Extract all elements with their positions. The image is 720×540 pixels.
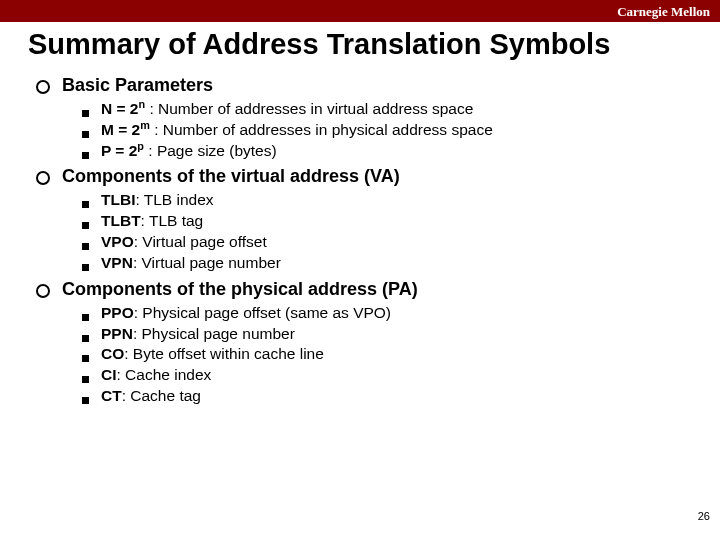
content-list: Basic Parameters N = 2n : Number of addr… <box>28 75 692 406</box>
sub-list: TLBI: TLB index TLBT: TLB tag VPO: Virtu… <box>82 190 692 272</box>
item-text: VPO: Virtual page offset <box>101 232 267 252</box>
slide-body: Summary of Address Translation Symbols B… <box>0 22 720 528</box>
section-heading: Components of the physical address (PA) <box>62 279 418 300</box>
item-text: PPN: Physical page number <box>101 324 295 344</box>
square-bullet-icon <box>82 355 89 362</box>
square-bullet-icon <box>82 222 89 229</box>
section-heading: Basic Parameters <box>62 75 213 96</box>
page-number: 26 <box>698 510 710 522</box>
list-item: TLBT: TLB tag <box>82 211 692 231</box>
list-item: VPO: Virtual page offset <box>82 232 692 252</box>
item-text: TLBI: TLB index <box>101 190 214 210</box>
square-bullet-icon <box>82 201 89 208</box>
bullet-icon <box>36 284 50 298</box>
square-bullet-icon <box>82 131 89 138</box>
item-text: CT: Cache tag <box>101 386 201 406</box>
item-text: CO: Byte offset within cache line <box>101 344 324 364</box>
list-item: M = 2m : Number of addresses in physical… <box>82 120 692 140</box>
list-item: TLBI: TLB index <box>82 190 692 210</box>
page-title: Summary of Address Translation Symbols <box>28 28 692 61</box>
brand-text: Carnegie Mellon <box>617 4 710 19</box>
list-item: N = 2n : Number of addresses in virtual … <box>82 99 692 119</box>
item-text: PPO: Physical page offset (same as VPO) <box>101 303 391 323</box>
list-item: CT: Cache tag <box>82 386 692 406</box>
item-text: TLBT: TLB tag <box>101 211 203 231</box>
section-heading: Components of the virtual address (VA) <box>62 166 400 187</box>
square-bullet-icon <box>82 243 89 250</box>
sub-list: PPO: Physical page offset (same as VPO) … <box>82 303 692 406</box>
header-bar: Carnegie Mellon <box>0 0 720 22</box>
bullet-icon <box>36 171 50 185</box>
square-bullet-icon <box>82 335 89 342</box>
section-basic-parameters: Basic Parameters N = 2n : Number of addr… <box>36 75 692 160</box>
square-bullet-icon <box>82 376 89 383</box>
bullet-icon <box>36 80 50 94</box>
list-item: P = 2p : Page size (bytes) <box>82 141 692 161</box>
item-text: P = 2p : Page size (bytes) <box>101 141 277 161</box>
list-item: CI: Cache index <box>82 365 692 385</box>
item-text: CI: Cache index <box>101 365 211 385</box>
sub-list: N = 2n : Number of addresses in virtual … <box>82 99 692 160</box>
list-item: CO: Byte offset within cache line <box>82 344 692 364</box>
square-bullet-icon <box>82 397 89 404</box>
list-item: VPN: Virtual page number <box>82 253 692 273</box>
square-bullet-icon <box>82 152 89 159</box>
item-text: M = 2m : Number of addresses in physical… <box>101 120 493 140</box>
section-physical-address: Components of the physical address (PA) … <box>36 279 692 406</box>
square-bullet-icon <box>82 264 89 271</box>
section-virtual-address: Components of the virtual address (VA) T… <box>36 166 692 272</box>
item-text: VPN: Virtual page number <box>101 253 281 273</box>
square-bullet-icon <box>82 314 89 321</box>
list-item: PPO: Physical page offset (same as VPO) <box>82 303 692 323</box>
item-text: N = 2n : Number of addresses in virtual … <box>101 99 473 119</box>
square-bullet-icon <box>82 110 89 117</box>
list-item: PPN: Physical page number <box>82 324 692 344</box>
